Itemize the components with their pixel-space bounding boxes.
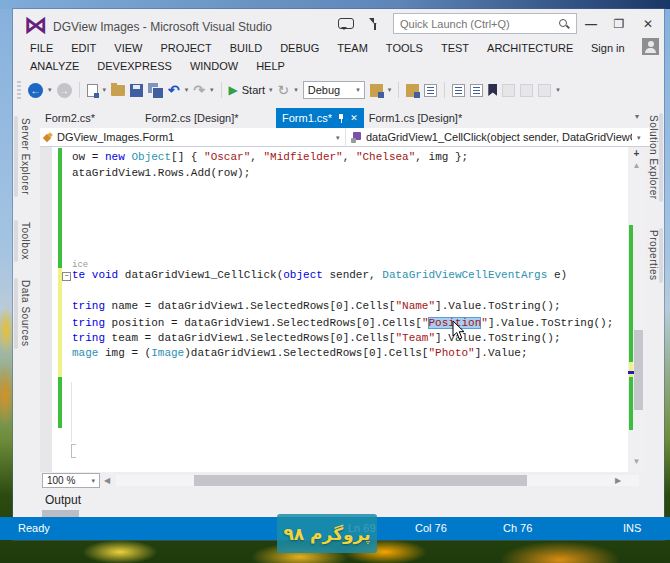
menu-item-help[interactable]: HELP	[247, 58, 294, 74]
start-dropdown-icon[interactable]: ▾	[269, 86, 273, 94]
output-tab-indicator[interactable]	[42, 510, 79, 517]
menu-item-project[interactable]: PROJECT	[151, 40, 220, 56]
code-token: "Team"	[395, 332, 435, 344]
menu-item-edit[interactable]: EDIT	[62, 40, 105, 56]
play-icon: ▶	[229, 83, 238, 97]
tool-tab-data-sources[interactable]: Data Sources	[20, 278, 31, 349]
breakpoint-margin[interactable]	[40, 147, 52, 472]
menu-item-analyze[interactable]: ANALYZE	[21, 58, 88, 74]
menu-item-file[interactable]: FILE	[21, 40, 62, 56]
code-line[interactable]: tring name = dataGridView1.SelectedRows[…	[72, 300, 561, 316]
tool-tab-properties[interactable]: Properties	[648, 228, 659, 283]
sign-in-link[interactable]: Sign in	[591, 42, 625, 54]
minimize-button[interactable]: —	[582, 15, 600, 33]
vertical-scrollbar[interactable]: + ▲ ▼	[628, 147, 645, 472]
save-all-button[interactable]	[148, 83, 163, 97]
chevron-down-icon: ▾	[91, 477, 95, 485]
code-line[interactable]: mage img = (Image)dataGridView1.Selected…	[72, 347, 528, 363]
solution-configurations-dropdown[interactable]: Debug ▾	[303, 81, 365, 99]
user-avatar-icon[interactable]	[642, 38, 659, 55]
redo-dropdown-icon[interactable]: ▾	[210, 86, 214, 94]
clear-bookmarks-button[interactable]	[538, 84, 551, 97]
closing-brace-mark	[71, 444, 76, 458]
document-tab-form1-cs-design-[interactable]: Form1.cs [Design]*	[364, 108, 476, 128]
undo-dropdown-icon[interactable]: ▾	[185, 86, 189, 94]
navigate-backward-dropdown-icon[interactable]: ▾	[48, 86, 52, 94]
menu-item-test[interactable]: TEST	[432, 40, 478, 56]
code-line[interactable]: −te void dataGridView1_CellClick(object …	[72, 269, 567, 285]
toolbar-overflow-icon[interactable]: ▾	[388, 86, 392, 94]
member-dropdown-icon[interactable]: ▾	[637, 134, 641, 142]
redo-button[interactable]: ↷	[193, 82, 205, 98]
code-token: ].Value.ToString();	[488, 317, 613, 329]
vertical-scrollbar-thumb[interactable]	[634, 330, 643, 410]
horizontal-scrollbar[interactable]	[116, 475, 639, 486]
code-token: dataGridView1_CellClick(	[118, 269, 283, 281]
code-token: tring	[72, 332, 105, 344]
member-dropdown[interactable]: dataGridView1_CellClick(object sender, D…	[366, 131, 632, 143]
horizontal-scrollbar-thumb[interactable]	[194, 475, 527, 486]
decrease-indent-button[interactable]	[452, 84, 465, 97]
tab-notch	[14, 116, 18, 197]
save-button[interactable]	[130, 84, 143, 97]
toolbar-grip[interactable]	[17, 81, 21, 99]
collapse-region-icon[interactable]: −	[62, 272, 71, 281]
type-dropdown[interactable]: DGView_Images.Form1	[57, 131, 174, 143]
find-in-files-button[interactable]	[370, 84, 383, 97]
restart-dropdown-icon[interactable]: ▾	[294, 86, 298, 94]
code-editor[interactable]: ow = new Object[] { "Oscar", "Midfielder…	[40, 147, 645, 472]
scroll-up-icon[interactable]: ▲	[628, 161, 645, 170]
menu-item-architecture[interactable]: ARCHITECTURE	[478, 40, 582, 56]
pin-icon[interactable]	[337, 113, 345, 124]
start-debugging-button[interactable]: ▶ Start ▾	[229, 83, 273, 97]
menu-item-tools[interactable]: TOOLS	[377, 40, 432, 56]
quick-launch-box[interactable]	[393, 13, 577, 34]
previous-bookmark-button[interactable]	[502, 84, 515, 97]
document-tab-form2-cs-design-[interactable]: Form2.cs [Design]*	[140, 108, 276, 128]
navigate-backward-button[interactable]: ←	[28, 83, 43, 98]
scroll-down-icon[interactable]: ▼	[628, 457, 645, 466]
code-line[interactable]: ow = new Object[] { "Oscar", "Midfielder…	[72, 151, 468, 167]
document-tab-form1-cs-[interactable]: Form1.cs*✕	[276, 108, 364, 128]
scroll-left-icon[interactable]: ◀	[104, 476, 110, 485]
new-file-dropdown-icon[interactable]: ▾	[103, 86, 107, 94]
toolbar-overflow-icon[interactable]: ▾	[556, 86, 560, 94]
menu-item-build[interactable]: BUILD	[221, 40, 271, 56]
increase-indent-button[interactable]	[470, 84, 483, 97]
uncomment-button[interactable]	[424, 84, 437, 97]
feedback-bubble-icon[interactable]	[338, 18, 354, 29]
restart-button[interactable]: ↻	[278, 82, 290, 98]
code-line[interactable]: tring team = dataGridView1.SelectedRows[…	[72, 332, 561, 348]
open-file-button[interactable]	[111, 85, 125, 96]
type-dropdown-icon[interactable]: ▾	[336, 134, 340, 142]
close-tab-icon[interactable]: ✕	[350, 108, 358, 128]
notifications-flag-icon[interactable]	[368, 17, 382, 31]
close-button[interactable]: ✕	[639, 15, 657, 33]
comment-button[interactable]	[406, 84, 419, 97]
menu-item-view[interactable]: VIEW	[105, 40, 151, 56]
menu-item-team[interactable]: TEAM	[328, 40, 377, 56]
menu-item-devexpress[interactable]: DEVEXPRESS	[88, 58, 181, 74]
tool-tab-server-explorer[interactable]: Server Explorer	[20, 116, 31, 197]
toggle-bookmark-button[interactable]	[488, 84, 497, 96]
document-tab-form2-cs-[interactable]: Form2.cs*	[40, 108, 140, 128]
tool-tab-toolbox[interactable]: Toolbox	[20, 220, 31, 262]
code-token: Image	[151, 347, 184, 359]
menu-item-debug[interactable]: DEBUG	[271, 40, 328, 56]
new-file-button[interactable]	[87, 84, 98, 97]
output-panel-title[interactable]: Output	[45, 493, 81, 507]
undo-button[interactable]: ↶	[168, 82, 180, 98]
next-bookmark-button[interactable]	[520, 84, 533, 97]
tab-list-dropdown-icon[interactable]: ▾	[635, 112, 639, 121]
navigate-forward-button[interactable]: →	[57, 83, 72, 98]
tab-label: Form1.cs [Design]*	[369, 112, 463, 124]
code-line[interactable]: tring position = dataGridView1.SelectedR…	[72, 317, 613, 333]
splitter-handle-icon[interactable]: +	[628, 147, 645, 160]
maximize-button[interactable]: ❐	[610, 15, 628, 33]
code-line[interactable]: ataGridView1.Rows.Add(row);	[72, 167, 250, 183]
quick-launch-input[interactable]	[400, 18, 558, 30]
scroll-right-icon[interactable]: ▶	[615, 476, 621, 485]
editor-zoom-dropdown[interactable]: 100 % ▾	[42, 473, 100, 488]
tool-tab-solution-explorer[interactable]: Solution Explorer	[648, 113, 659, 202]
menu-item-window[interactable]: WINDOW	[181, 58, 247, 74]
